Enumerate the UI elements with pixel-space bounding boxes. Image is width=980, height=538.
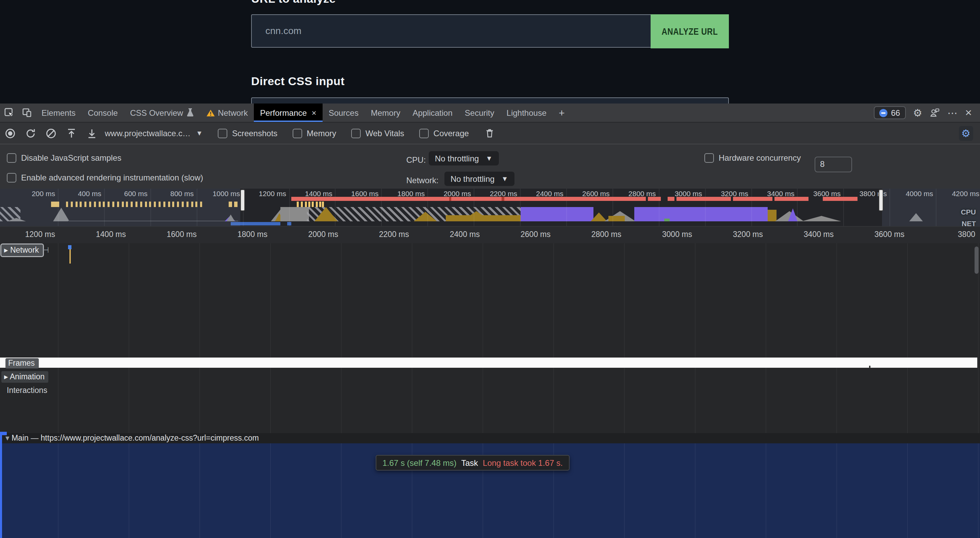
timeline-ruler[interactable]: 1200 ms1400 ms1600 ms1800 ms2000 ms2200 …: [0, 227, 980, 243]
analyze-url-button[interactable]: ANALYZE URL: [651, 14, 729, 48]
timeline-overview[interactable]: CPU NET 200 ms400 ms600 ms800 ms1000 ms1…: [0, 188, 980, 226]
ruler-tick-label: 3200 ms: [733, 230, 763, 238]
track-interactions[interactable]: Interactions: [7, 386, 47, 394]
cpu-activity-shape: [664, 219, 670, 221]
tab-lighthouse[interactable]: Lighthouse: [501, 104, 553, 122]
cpu-activity-shape: [802, 216, 841, 221]
ruler-tick-label: 2400 ms: [450, 230, 480, 238]
cpu-throttle-select[interactable]: No throttling▼: [429, 151, 498, 166]
gridline: [412, 243, 412, 433]
tab-label: +: [559, 107, 565, 118]
network-throttle-select[interactable]: No throttling▼: [444, 172, 514, 186]
main-thread-header[interactable]: ▾ Main — https://www.projectwallace.com/…: [0, 433, 980, 443]
tab-memory[interactable]: Memory: [365, 104, 407, 122]
tab-application[interactable]: Application: [406, 104, 458, 122]
settings-gear-icon[interactable]: ⚙: [913, 108, 922, 118]
tab-network[interactable]: Network: [200, 104, 254, 122]
close-devtools-icon[interactable]: ×: [965, 107, 972, 118]
long-task-red-bar: [648, 196, 661, 201]
overview-event-tick: [322, 201, 324, 207]
gridline: [58, 243, 59, 433]
capture-settings-gear-icon[interactable]: ⚙: [959, 126, 973, 140]
tab-performance[interactable]: Performance×: [254, 104, 322, 122]
chevron-down-icon: ▼: [485, 155, 492, 162]
main-thread-title: Main — https://www.projectwallace.com/an…: [11, 434, 259, 442]
gridline: [129, 243, 129, 433]
performance-toolbar: www.projectwallace.c…▼ ScreenshotsMemory…: [0, 123, 980, 144]
long-task-red-bar: [676, 196, 731, 201]
web-vitals-checkbox[interactable]: Web Vitals: [351, 128, 404, 138]
gridline: [270, 443, 271, 538]
add-tab-button[interactable]: +: [553, 104, 571, 122]
trash-icon[interactable]: [480, 128, 500, 138]
load-profile-icon[interactable]: [61, 128, 82, 139]
feedback-person-icon[interactable]: [930, 108, 940, 118]
overview-grid-divider: [659, 188, 659, 226]
gridline: [695, 443, 695, 538]
record-icon[interactable]: [0, 128, 21, 139]
issues-badge[interactable]: 66: [874, 106, 906, 119]
gridline: [907, 243, 908, 433]
checkbox-icon: [705, 153, 714, 163]
checkbox-icon: [419, 128, 429, 138]
hardware-concurrency-input[interactable]: 8: [815, 156, 852, 172]
reload-and-record-icon[interactable]: [21, 128, 41, 139]
tab-label: Network: [218, 108, 248, 118]
track-frames[interactable]: Frames: [5, 358, 39, 369]
overview-grid-divider: [797, 188, 798, 226]
clear-icon[interactable]: [41, 128, 61, 139]
save-profile-icon[interactable]: [82, 128, 102, 139]
device-toolbar-icon[interactable]: [18, 104, 35, 122]
gridline: [624, 443, 625, 538]
checkbox-label: Coverage: [434, 128, 469, 138]
ruler-tick-label: 2000 ms: [308, 230, 338, 238]
webpage-background: URL to analyze cnn.com ANALYZE URL Direc…: [0, 0, 980, 104]
gridline: [341, 243, 342, 433]
tab-console[interactable]: Console: [82, 104, 124, 122]
tooltip-task-name: Task: [461, 458, 478, 468]
tab-security[interactable]: Security: [459, 104, 501, 122]
cpu-activity-shape: [520, 207, 593, 221]
tab-label: Sources: [329, 108, 359, 118]
more-options-icon[interactable]: ⋯: [947, 108, 958, 118]
checkbox-label: Screenshots: [232, 128, 277, 138]
track-frames-row[interactable]: [0, 358, 977, 368]
checkbox-icon: [351, 128, 361, 138]
chevron-right-icon: ▸: [4, 246, 10, 254]
window-handle-left[interactable]: [240, 189, 245, 211]
tab-sources[interactable]: Sources: [323, 104, 365, 122]
ruler-tick-label: 2200 ms: [379, 230, 409, 238]
track-animation[interactable]: ▸ Animation: [2, 371, 49, 383]
gridline: [553, 243, 554, 433]
issues-chat-icon: [880, 109, 888, 117]
gridline: [765, 243, 766, 433]
network-throttle-value: No throttling: [450, 174, 495, 184]
advanced-rendering-checkbox[interactable]: Enable advanced rendering instrumentatio…: [7, 173, 203, 182]
tab-elements[interactable]: Elements: [35, 104, 82, 122]
tab-css-overview[interactable]: CSS Overview: [124, 104, 200, 122]
gridline: [482, 243, 483, 433]
checkbox-icon: [292, 128, 302, 138]
memory-checkbox[interactable]: Memory: [292, 128, 336, 138]
direct-css-textarea[interactable]: [251, 97, 729, 104]
flask-icon: [186, 108, 194, 117]
window-handle-right[interactable]: [878, 189, 883, 211]
network-resize-icon[interactable]: ⊣: [42, 245, 49, 255]
coverage-checkbox[interactable]: Coverage: [419, 128, 469, 138]
ruler-tick-label: 1600 ms: [167, 230, 197, 238]
long-task-red-bar: [733, 196, 772, 201]
history-dropdown[interactable]: www.projectwallace.c…▼: [105, 128, 203, 138]
inspect-element-icon[interactable]: [0, 104, 18, 122]
screenshots-checkbox[interactable]: Screenshots: [218, 128, 277, 138]
checkbox-icon: [218, 128, 227, 138]
hardware-concurrency-checkbox[interactable]: Hardware concurrency: [705, 153, 801, 163]
close-tab-icon[interactable]: ×: [312, 108, 317, 118]
ruler-tick-label: 3000 ms: [662, 230, 692, 238]
track-network[interactable]: ▸ Network: [2, 244, 43, 256]
timeline-tracks: ▸ Network ⊣ Frames ▸ Animation Interacti…: [0, 243, 980, 433]
analyze-url-button-label: ANALYZE URL: [662, 26, 718, 37]
long-task-red-bar: [823, 196, 858, 201]
vertical-scrollbar-thumb[interactable]: [975, 246, 978, 274]
url-analyze-input[interactable]: cnn.com: [251, 14, 657, 48]
disable-js-samples-checkbox[interactable]: Disable JavaScript samples: [7, 153, 121, 163]
